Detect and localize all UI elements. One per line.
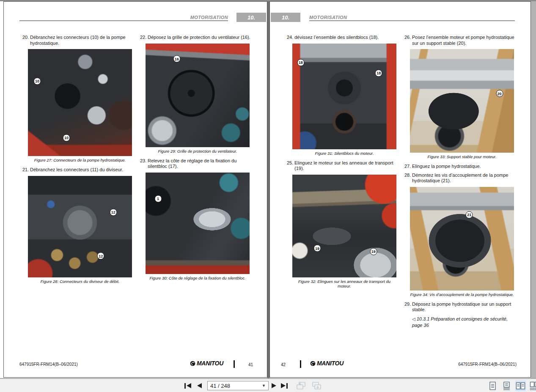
goto-link-icon: ◁ bbox=[412, 317, 415, 321]
fig30-figure: 1Figure 30: Côte de réglage de la fixati… bbox=[140, 173, 255, 280]
last-page-button[interactable] bbox=[281, 382, 288, 389]
manitou-emblem-icon bbox=[310, 361, 316, 366]
fig34-photo: 21 bbox=[410, 187, 514, 291]
procedure-step: 28.Démontez les vis d’accouplement de la… bbox=[404, 173, 520, 184]
pdf-viewer-window: { "ui": { "icons": { "goto_link": "◁", "… bbox=[0, 0, 536, 392]
step-number: 24. bbox=[287, 35, 294, 41]
header-rule bbox=[309, 20, 515, 21]
step-text: dévissez l’ensemble des silentblocs (18)… bbox=[294, 35, 402, 41]
section-title: MOTORISATION bbox=[143, 15, 228, 20]
first-page-icon bbox=[184, 383, 186, 389]
fig30-photo: 1 bbox=[146, 173, 250, 274]
figure-caption: Figure 32: Elingues sur les anneaux de t… bbox=[292, 279, 396, 288]
step-number: 25. bbox=[287, 160, 294, 172]
callout-18: 18 bbox=[297, 59, 304, 66]
callout-10: 10 bbox=[63, 134, 70, 141]
single-page-view-button[interactable] bbox=[487, 381, 498, 391]
previous-page-button[interactable] bbox=[197, 382, 202, 389]
single-page-icon bbox=[489, 381, 497, 390]
step-text: Débranchez les connecteurs (11) du divis… bbox=[30, 167, 137, 173]
fig28-photo: 1212 bbox=[28, 176, 132, 277]
two-page-continuous-view-button[interactable] bbox=[529, 381, 536, 391]
callout-19: 19 bbox=[370, 248, 377, 255]
figure-caption: Figure 28: Connecteurs du diviseur de dé… bbox=[28, 279, 132, 284]
step-number: 23. bbox=[140, 158, 148, 170]
step-text: Elinguez le moteur sur les anneaux de tr… bbox=[294, 160, 402, 172]
fig33-figure: 20Figure 33: Support stable pour moteur. bbox=[404, 49, 520, 159]
page-number: 41 bbox=[248, 362, 253, 367]
header-rule bbox=[19, 20, 228, 21]
fig32-photo: 1919 bbox=[292, 175, 396, 277]
manitou-logo: MANITOU bbox=[190, 360, 223, 367]
figure-caption: Figure 33: Support stable pour moteur. bbox=[410, 154, 514, 159]
next-view-button[interactable] bbox=[311, 382, 322, 389]
figure-caption: Figure 31: Silentblocs du moteur. bbox=[292, 151, 396, 156]
callout-1: 1 bbox=[154, 195, 162, 202]
fig28-figure: 1212Figure 28: Connecteurs du diviseur d… bbox=[22, 176, 137, 284]
step-number: 21. bbox=[22, 167, 30, 173]
step-number: 26. bbox=[404, 35, 412, 46]
fig33-photo: 20 bbox=[410, 49, 514, 153]
chapter-tab: 10. bbox=[236, 13, 266, 22]
continuous-view-icon bbox=[503, 381, 511, 390]
step-number: 28. bbox=[404, 173, 412, 184]
first-page-button[interactable] bbox=[184, 382, 191, 389]
callout-12: 12 bbox=[97, 252, 104, 260]
procedure-step: 20.Débranchez les connecteurs (10) de la… bbox=[22, 35, 137, 46]
page-indicator: 41 / 248 bbox=[210, 383, 230, 389]
step-text: Débranchez les connecteurs (10) de la po… bbox=[30, 35, 137, 46]
page42-left-column: 24.dévissez l’ensemble des silentblocs (… bbox=[287, 35, 402, 293]
two-page-view-icon bbox=[516, 381, 525, 390]
callout-12: 12 bbox=[110, 208, 117, 216]
two-page-continuous-icon bbox=[530, 381, 536, 390]
figure-caption: Figure 27: Connecteurs de la pompe hydro… bbox=[28, 158, 132, 162]
page41-left-column: 20.Débranchez les connecteurs (10) de la… bbox=[22, 35, 137, 288]
procedure-step: 25.Elinguez le moteur sur les anneaux de… bbox=[287, 160, 402, 172]
step-number: 29. bbox=[404, 302, 412, 313]
manitou-emblem-icon bbox=[190, 361, 195, 366]
pdf-page-42: 10. MOTORISATION 24.dévissez l’ensemble … bbox=[269, 1, 531, 378]
footer-separator bbox=[234, 360, 235, 368]
procedure-step: 29.Déposez la pompe hydrostatique sur un… bbox=[404, 302, 520, 313]
procedure-step: 21.Débranchez les connecteurs (11) du di… bbox=[22, 167, 137, 173]
continuous-view-button[interactable] bbox=[501, 381, 512, 391]
document-reference: 647915FR-FRM14(B–06/2021) bbox=[19, 362, 78, 367]
manitou-logo: MANITOU bbox=[310, 360, 344, 367]
scrollbar-track[interactable] bbox=[531, 1, 536, 378]
previous-view-button[interactable] bbox=[296, 382, 307, 389]
step-number: 22. bbox=[140, 35, 148, 41]
step-text: Déposez la grille de protection du venti… bbox=[148, 35, 255, 41]
callout-18: 18 bbox=[375, 69, 382, 77]
chapter-tab: 10. bbox=[271, 13, 300, 22]
fig27-photo: 1010 bbox=[28, 49, 132, 156]
step-text: Démontez les vis d’accouplement de la po… bbox=[412, 173, 520, 184]
cross-reference-link[interactable]: ◁10.3.1 Préparation et consignes de sécu… bbox=[412, 316, 520, 328]
callout-16: 16 bbox=[173, 55, 180, 63]
procedure-step: 23.Relevez la côte de réglage de la fixa… bbox=[140, 158, 255, 170]
dropdown-caret-icon: ▼ bbox=[262, 384, 266, 388]
page-layout-switcher bbox=[487, 381, 536, 391]
cross-reference-page: page 36 bbox=[412, 323, 429, 328]
footer-separator bbox=[300, 360, 301, 368]
page-number-combobox[interactable]: 41 / 248 ▼ bbox=[207, 381, 269, 390]
procedure-step: 27.Elinguez la pompe hydrostatique. bbox=[404, 164, 520, 170]
manitou-logo-text: MANITOU bbox=[317, 360, 344, 367]
next-page-button[interactable] bbox=[272, 382, 276, 389]
fig27-figure: 1010Figure 27: Connecteurs de la pompe h… bbox=[22, 49, 137, 162]
two-page-view-button[interactable] bbox=[515, 381, 526, 391]
next-view-icon bbox=[311, 381, 322, 390]
document-reference: 647915FR-FRM14(B–06/2021) bbox=[458, 362, 517, 367]
manitou-logo-text: MANITOU bbox=[197, 360, 223, 367]
step-text: Relevez la côte de réglage de la fixatio… bbox=[148, 158, 255, 170]
callout-21: 21 bbox=[466, 211, 473, 218]
fig31-figure: 1818Figure 31: Silentblocs du moteur. bbox=[287, 44, 402, 156]
step-text: Elinguez la pompe hydrostatique. bbox=[412, 164, 520, 170]
page42-right-column: 26.Posez l’ensemble moteur et pompe hydr… bbox=[404, 35, 520, 328]
figure-caption: Figure 29: Grille de protection du venti… bbox=[146, 149, 250, 154]
fig29-photo: 16 bbox=[146, 44, 250, 147]
page-number: 42 bbox=[281, 362, 286, 367]
procedure-step: 26.Posez l’ensemble moteur et pompe hydr… bbox=[404, 35, 520, 46]
step-number: 20. bbox=[22, 35, 30, 46]
callout-19: 19 bbox=[314, 245, 321, 252]
previous-view-icon bbox=[296, 381, 307, 390]
